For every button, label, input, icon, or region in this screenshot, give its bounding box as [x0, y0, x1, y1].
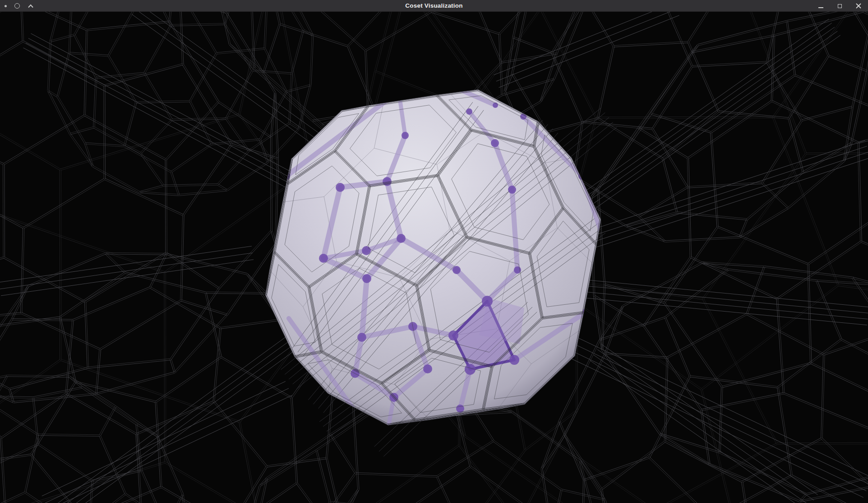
3d-viewport[interactable] [0, 12, 868, 503]
dot-icon [5, 5, 7, 7]
maximize-button[interactable] [836, 1, 844, 11]
app-window: Coset Visualization [0, 0, 868, 503]
window-title: Coset Visualization [0, 0, 868, 12]
circle-icon[interactable] [14, 3, 20, 9]
maximize-icon [838, 4, 842, 8]
close-button[interactable] [854, 1, 863, 11]
coset-3d-scene [0, 12, 868, 503]
minimize-button[interactable] [817, 1, 825, 11]
minimize-icon [818, 7, 823, 8]
chevron-up-icon[interactable] [28, 4, 34, 8]
titlebar[interactable]: Coset Visualization [0, 0, 868, 12]
close-icon [856, 3, 861, 9]
